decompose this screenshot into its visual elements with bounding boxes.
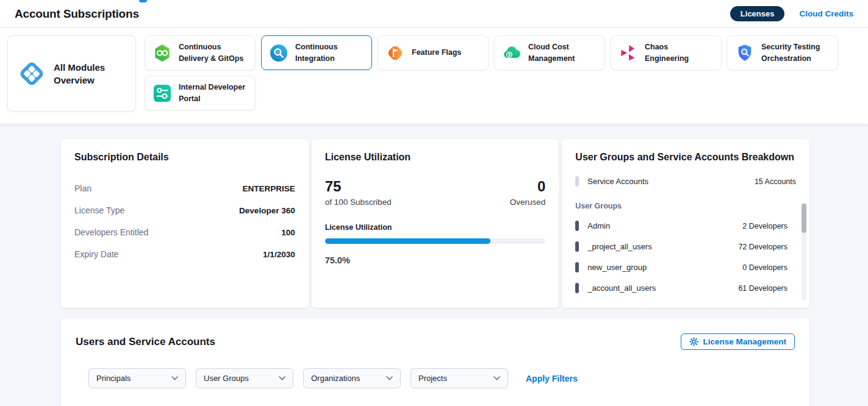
license-management-button[interactable]: License Management xyxy=(681,333,795,350)
user-groups-scrollbar[interactable] xyxy=(802,202,806,300)
used-count: 75 xyxy=(325,179,392,194)
detail-value: 100 xyxy=(281,228,295,237)
service-accounts-label: Service Accounts xyxy=(587,177,648,186)
user-group-name: _project_all_users xyxy=(587,242,652,251)
module-label: Security Testing Orchestration xyxy=(761,41,830,63)
utilization-bar-label: License Utilization xyxy=(325,223,546,232)
page-title: Account Subscriptions xyxy=(15,7,139,21)
breakdown-title: User Groups and Service Accounts Breakdo… xyxy=(575,152,796,163)
utilization-stats: 75 of 100 Subscribed 0 Overused xyxy=(325,179,546,207)
continuous-delivery-gitops-icon xyxy=(152,43,172,63)
dropdown-label: Principals xyxy=(96,374,131,383)
license-utilization-title: License Utilization xyxy=(325,152,546,163)
users-section-header: Users and Service Accounts License Manag… xyxy=(76,333,795,350)
overused-stat: 0 Overused xyxy=(510,179,546,207)
module-label: Continuous Delivery & GitOps xyxy=(179,41,248,63)
organizations-dropdown[interactable]: Organizations xyxy=(303,368,401,388)
module-label: Chaos Engineering xyxy=(645,41,714,63)
user-group-name: Admin xyxy=(587,221,610,230)
projects-dropdown[interactable]: Projects xyxy=(411,368,508,388)
user-group-marker xyxy=(575,283,579,293)
all-modules-overview-card[interactable]: All Modules Overview xyxy=(7,35,136,112)
license-utilization-card: License Utilization 75 of 100 Subscribed… xyxy=(312,139,559,308)
filters-row: Principals User Groups Organizations Pro… xyxy=(88,368,795,388)
utilization-progress-track xyxy=(325,238,546,244)
scrollbar-thumb[interactable] xyxy=(802,204,806,233)
user-groups-dropdown[interactable]: User Groups xyxy=(196,368,293,388)
module-label: Continuous Integration xyxy=(295,41,364,63)
detail-label: Plan xyxy=(74,183,91,193)
user-group-count: 61 Developers xyxy=(738,284,787,293)
module-card-chaos-engineering[interactable]: Chaos Engineering xyxy=(611,35,722,70)
user-group-count: 0 Developers xyxy=(742,263,787,272)
all-modules-icon xyxy=(18,60,46,88)
user-group-name: _account_all_users xyxy=(587,283,656,293)
cloud-credits-tab[interactable]: Cloud Credits xyxy=(799,9,853,18)
module-card-internal-developer-portal[interactable]: Internal Developer Portal xyxy=(145,76,256,110)
module-card-feature-flags[interactable]: Feature Flags xyxy=(378,35,489,70)
modules-grid: Continuous Delivery & GitOps Continuous … xyxy=(145,35,852,110)
used-stat: 75 of 100 Subscribed xyxy=(325,179,392,207)
chevron-down-icon xyxy=(386,376,393,380)
module-label: Feature Flags xyxy=(412,47,461,58)
utilization-percent: 75.0% xyxy=(325,255,546,265)
module-card-continuous-delivery-gitops[interactable]: Continuous Delivery & GitOps xyxy=(145,35,256,70)
gear-icon xyxy=(689,337,698,346)
user-groups-list: Admin 2 Developers _project_all_users 72… xyxy=(575,221,796,293)
security-testing-orchestration-icon xyxy=(735,43,755,63)
module-label: Internal Developer Portal xyxy=(179,82,248,104)
users-service-accounts-card: Users and Service Accounts License Manag… xyxy=(61,318,809,406)
user-group-marker xyxy=(575,262,579,272)
principals-dropdown[interactable]: Principals xyxy=(88,368,186,388)
user-group-row: _account_all_users 61 Developers xyxy=(575,283,787,293)
chevron-down-icon xyxy=(493,376,500,380)
dropdown-label: User Groups xyxy=(204,374,249,383)
user-group-name: new_user_group xyxy=(587,263,647,272)
overused-caption: Overused xyxy=(510,198,546,207)
apply-filters-link[interactable]: Apply Filters xyxy=(526,374,578,383)
detail-value: ENTERPRISE xyxy=(242,184,295,193)
summary-row: Subscription Details Plan ENTERPRISE Lic… xyxy=(61,139,809,308)
internal-developer-portal-icon xyxy=(152,84,172,103)
user-group-row: new_user_group 0 Developers xyxy=(575,262,787,272)
utilization-progress-fill xyxy=(325,238,490,244)
detail-row: Developers Entitled 100 xyxy=(74,221,295,243)
user-group-marker xyxy=(575,241,579,252)
module-card-continuous-integration[interactable]: Continuous Integration xyxy=(261,35,372,70)
detail-row: Plan ENTERPRISE xyxy=(74,177,295,199)
breakdown-card: User Groups and Service Accounts Breakdo… xyxy=(562,139,809,308)
detail-label: Expiry Date xyxy=(74,249,118,259)
user-group-marker xyxy=(575,221,579,231)
subscription-details-card: Subscription Details Plan ENTERPRISE Lic… xyxy=(61,139,309,308)
subscription-details-title: Subscription Details xyxy=(74,152,295,163)
svg-text:$: $ xyxy=(508,52,511,57)
used-caption: of 100 Subscribed xyxy=(325,198,392,207)
service-accounts-marker xyxy=(575,176,579,187)
detail-value: 1/1/2030 xyxy=(263,250,295,259)
module-label: Cloud Cost Management xyxy=(528,41,597,63)
all-modules-overview-label: All Modules Overview xyxy=(54,61,109,87)
header-tabs: Licenses Cloud Credits xyxy=(730,6,853,21)
modules-strip: All Modules Overview Continuous Delivery… xyxy=(0,28,868,124)
chevron-down-icon xyxy=(279,376,285,380)
license-management-label: License Management xyxy=(703,337,786,346)
clipped-nav-icon xyxy=(139,0,147,2)
module-card-security-testing-orchestration[interactable]: Security Testing Orchestration xyxy=(727,35,838,70)
feature-flags-icon xyxy=(386,43,405,63)
service-accounts-value: 15 Accounts xyxy=(755,177,796,186)
user-group-row: _project_all_users 72 Developers xyxy=(575,241,787,252)
licenses-tab[interactable]: Licenses xyxy=(730,6,785,21)
detail-value: Developer 360 xyxy=(239,206,295,215)
continuous-integration-icon xyxy=(269,43,289,63)
detail-label: License Type xyxy=(74,205,124,215)
service-accounts-row: Service Accounts 15 Accounts xyxy=(575,176,796,187)
overused-count: 0 xyxy=(510,179,546,194)
user-groups-section-label: User Groups xyxy=(575,202,796,210)
module-card-cloud-cost-management[interactable]: $ Cloud Cost Management xyxy=(494,35,605,70)
user-group-row: Admin 2 Developers xyxy=(575,221,787,231)
chevron-down-icon xyxy=(171,376,178,380)
page-header: Account Subscriptions Licenses Cloud Cre… xyxy=(0,0,868,28)
dropdown-label: Projects xyxy=(418,374,447,383)
dropdown-label: Organizations xyxy=(311,374,360,383)
chaos-engineering-icon xyxy=(619,43,638,63)
